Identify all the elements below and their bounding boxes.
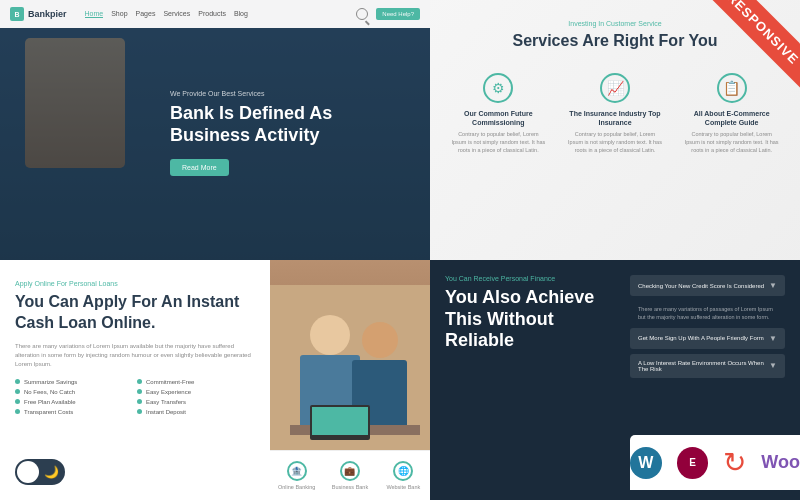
nav-link-home[interactable]: Home: [85, 10, 104, 18]
bottom-icon-1: 💼: [340, 461, 360, 481]
loan-features: Summarize Savings Commitment-Free No Fee…: [15, 379, 255, 415]
accordion-label-0: Checking Your New Credit Score Is Consid…: [638, 283, 769, 289]
svg-point-1: [310, 315, 350, 355]
service-card-text-0: Contrary to popular belief, Lorem Ipsum …: [450, 131, 547, 154]
logo-text: Bankpier: [28, 9, 67, 19]
nav-link-products[interactable]: Products: [198, 10, 226, 18]
service-card-title-1: The Insurance Industry Top Insurance: [567, 109, 664, 127]
finance-left: You Can Receive Personal Finance You Als…: [445, 275, 625, 352]
feature-dot-3: [137, 389, 142, 394]
logo-icon: B: [10, 7, 24, 21]
feature-dot-6: [15, 409, 20, 414]
loan-title: You Can Apply For An Instant Cash Loan O…: [15, 292, 255, 334]
nav-link-pages[interactable]: Pages: [136, 10, 156, 18]
bottom-icon-label-2: Website Bank: [386, 484, 420, 490]
main-container: B Bankpier Home Shop Pages Services Prod…: [0, 0, 800, 500]
help-button[interactable]: Need Help?: [376, 8, 420, 20]
svg-point-3: [362, 322, 398, 358]
accordion-content-0: There are many variations of passages of…: [630, 301, 785, 328]
feature-dot-7: [137, 409, 142, 414]
loan-feature-1: Commitment-Free: [137, 379, 255, 385]
loan-description: There are many variations of Lorem Ipsum…: [15, 342, 255, 369]
navbar: B Bankpier Home Shop Pages Services Prod…: [0, 0, 430, 28]
bottom-icons-row: 🏦 Online Banking 💼 Business Bank 🌐 Websi…: [270, 450, 430, 500]
wordpress-logo: W: [630, 447, 662, 479]
feature-dot-5: [137, 399, 142, 404]
bottom-icon-item-2: 🌐 Website Bank: [377, 451, 430, 500]
service-card-0: ⚙ Our Common Future Commissioning Contra…: [445, 65, 552, 162]
service-card-1: 📈 The Insurance Industry Top Insurance C…: [562, 65, 669, 162]
service-card-text-1: Contrary to popular belief, Lorem Ipsum …: [567, 131, 664, 154]
dark-mode-toggle-section: 🌙: [15, 459, 65, 485]
bottom-icon-0: 🏦: [287, 461, 307, 481]
service-icon-1: 📈: [600, 73, 630, 103]
accordion-label-2: A Low Interest Rate Environment Occurs W…: [638, 360, 769, 372]
accordion-item-2[interactable]: A Low Interest Rate Environment Occurs W…: [630, 354, 785, 378]
bottom-icon-label-0: Online Banking: [278, 484, 315, 490]
finance-section: You Can Receive Personal Finance You Als…: [430, 260, 800, 500]
nav-link-shop[interactable]: Shop: [111, 10, 127, 18]
nav-link-blog[interactable]: Blog: [234, 10, 248, 18]
accordion-arrow-0: ▼: [769, 281, 777, 290]
responsive-badge-text: RESPONSIVE: [703, 0, 800, 89]
hero-subtitle: We Provide Our Best Services: [170, 90, 410, 97]
bottom-icon-label-1: Business Bank: [332, 484, 368, 490]
feature-dot-2: [15, 389, 20, 394]
feature-dot-1: [137, 379, 142, 384]
loan-people-svg: [270, 285, 430, 475]
hero-cta-button[interactable]: Read More: [170, 159, 229, 176]
accordion-label-1: Get More Sign Up With A People Friendly …: [638, 335, 769, 341]
loan-feature-5: Easy Transfers: [137, 399, 255, 405]
loan-feature-7: Instant Deposit: [137, 409, 255, 415]
woocommerce-logo: Woo: [761, 452, 800, 473]
loan-content: Apply Online For Personal Loans You Can …: [0, 260, 270, 500]
moon-icon: 🌙: [44, 465, 59, 479]
loan-feature-6: Transparent Costs: [15, 409, 133, 415]
accordion-arrow-2: ▼: [769, 361, 777, 370]
search-icon[interactable]: [356, 8, 368, 20]
loan-subtitle: Apply Online For Personal Loans: [15, 280, 255, 287]
bottom-icon-item-0: 🏦 Online Banking: [270, 451, 323, 500]
svg-rect-7: [312, 407, 368, 435]
finance-title: You Also Achieve This Without Reliable: [445, 287, 625, 352]
hero-title: Bank Is Defined As Business Activity: [170, 103, 410, 146]
toggle-thumb: [17, 461, 39, 483]
bottom-icon-2: 🌐: [393, 461, 413, 481]
finance-accordion: Checking Your New Credit Score Is Consid…: [630, 275, 785, 383]
loan-image: 🏦 Online Banking 💼 Business Bank 🌐 Websi…: [270, 260, 430, 500]
nav-logo[interactable]: B Bankpier: [10, 7, 67, 21]
accordion-item-1[interactable]: Get More Sign Up With A People Friendly …: [630, 328, 785, 349]
feature-dot-4: [15, 399, 20, 404]
service-card-text-2: Contrary to popular belief, Lorem Ipsum …: [683, 131, 780, 154]
brand-logos: W E ↻ Woo: [630, 435, 800, 490]
service-card-title-0: Our Common Future Commissioning: [450, 109, 547, 127]
loan-feature-2: No Fees, No Catch: [15, 389, 133, 395]
responsive-badge: RESPONSIVE: [685, 0, 800, 115]
hero-section: B Bankpier Home Shop Pages Services Prod…: [0, 0, 430, 260]
nav-links: Home Shop Pages Services Products Blog: [85, 10, 248, 18]
feature-dot-0: [15, 379, 20, 384]
loan-section: Apply Online For Personal Loans You Can …: [0, 260, 430, 500]
finance-subtitle: You Can Receive Personal Finance: [445, 275, 625, 282]
accordion-item-0[interactable]: Checking Your New Credit Score Is Consid…: [630, 275, 785, 296]
loan-feature-4: Free Plan Available: [15, 399, 133, 405]
accordion-arrow-1: ▼: [769, 334, 777, 343]
loan-feature-0: Summarize Savings: [15, 379, 133, 385]
refresh-logo: ↻: [723, 446, 746, 479]
loan-feature-3: Easy Experience: [137, 389, 255, 395]
bottom-icon-item-1: 💼 Business Bank: [323, 451, 376, 500]
hero-content: We Provide Our Best Services Bank Is Def…: [160, 80, 420, 186]
dark-mode-toggle[interactable]: 🌙: [15, 459, 65, 485]
nav-link-services[interactable]: Services: [163, 10, 190, 18]
elementor-logo: E: [677, 447, 709, 479]
service-icon-0: ⚙: [483, 73, 513, 103]
